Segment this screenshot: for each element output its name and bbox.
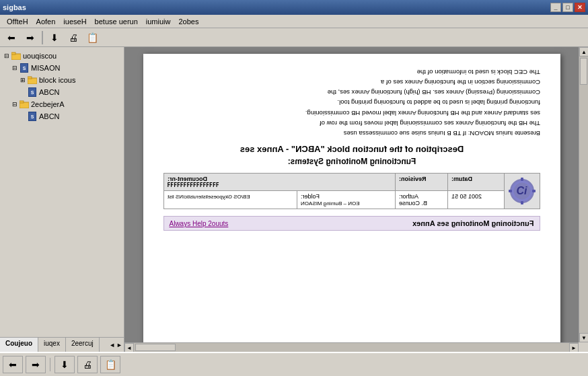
tree-item-2ecbejera[interactable]: ⊟ 2ecbejerA <box>1 98 122 110</box>
table-logo-cell: Ci <box>504 174 540 209</box>
table-header-row: Document-nr: FFFFFFFFFFFFFFFF Revision: … <box>163 174 540 191</box>
doc-para-7: The CEC block is used to information of … <box>163 67 540 77</box>
toolbar: ⬅ ➡ ⬇ 🖨 📋 <box>0 28 588 47</box>
document-table: Document-nr: FFFFFFFFFFFFFFFF Revision: … <box>163 173 540 209</box>
sidebar-tree: ⊟ uouqiscou ⊟ S MISAON <box>0 47 124 337</box>
clipboard-button[interactable]: 📋 <box>83 30 101 45</box>
table-date-header: Datum: <box>448 174 504 191</box>
svg-rect-3 <box>28 77 32 79</box>
doc-para-1: Bresente Iunius MOAON: If TB B Iunius su… <box>163 128 540 139</box>
docnum-value: FFFFFFFFFFFFFFFF <box>168 182 392 188</box>
doc-para-2: The HB the functioning Annex ses commiss… <box>163 118 540 128</box>
tree-label-blockicons: block icous <box>39 76 75 84</box>
titlebar: sigbas _ □ ✕ <box>0 0 588 15</box>
main-area: ⊟ uouqiscou ⊟ S MISAON <box>0 47 588 352</box>
scroll-down-button[interactable]: ▼ <box>579 333 588 342</box>
svg-rect-8 <box>521 178 523 181</box>
expand-icon-4 <box>19 88 27 96</box>
status-download-button[interactable]: ⬇ <box>54 356 75 373</box>
ci-text: Ci <box>517 185 527 197</box>
scroll-right-button[interactable]: ► <box>569 343 579 352</box>
tree-item-uouqiscou[interactable]: ⊟ uouqiscou <box>1 50 122 62</box>
print-button[interactable]: 🖨 <box>65 30 82 45</box>
sidebar: ⊟ uouqiscou ⊟ S MISAON <box>0 47 124 352</box>
folder-icon-3 <box>19 99 30 110</box>
tree-label-uouqiscou: uouqiscou <box>23 52 57 60</box>
scroll-thumb-horizontal[interactable] <box>135 344 176 351</box>
maximize-button[interactable]: □ <box>562 3 573 12</box>
doc-heading-area: Description of the function block "ABCN"… <box>163 144 540 166</box>
table-datevalue-cell: 2001 50 51 <box>448 191 504 209</box>
expand-icon-5: ⊟ <box>11 100 19 108</box>
titlebar-title: sigbas <box>3 3 26 11</box>
forward-button[interactable]: ➡ <box>22 30 39 45</box>
tab-iuqex[interactable]: iuqex <box>38 338 66 352</box>
menu-iumiuiw[interactable]: iumiuiw <box>142 16 175 27</box>
status-back-button[interactable]: ⬅ <box>3 356 23 373</box>
tree-label-misaon-1: MISAON <box>31 64 60 72</box>
docnum-label: Document-nr: <box>168 176 207 182</box>
scroll-up-button[interactable]: ▲ <box>579 47 588 57</box>
toolbar-separator-1 <box>42 31 43 44</box>
tab-2eercuj[interactable]: 2eercuj <box>66 338 100 352</box>
author-label-val: Author: <box>399 193 418 200</box>
doc-icon-1: S <box>19 63 30 73</box>
scroll-left-button[interactable]: ◄ <box>124 343 134 352</box>
minimize-button[interactable]: _ <box>550 3 561 12</box>
document-page: Bresente Iunius MOAON: If TB B Iunius su… <box>143 54 560 342</box>
svg-rect-5 <box>20 101 24 103</box>
expand-icon-6 <box>19 112 27 120</box>
sidebar-arrow-left[interactable]: ◄ <box>109 342 115 348</box>
menubar: OffteH Aofen iueseH betuse uerun iumiuiw… <box>0 15 588 28</box>
tree-label-abcn-2: ABCN <box>39 112 60 120</box>
status-print-button[interactable]: 🖨 <box>77 356 98 373</box>
scrollbar-horizontal[interactable]: ◄ ► <box>124 342 579 352</box>
tab-coujeuo[interactable]: Coujeuo <box>0 338 38 352</box>
svg-rect-1 <box>11 52 15 54</box>
status-forward-button[interactable]: ➡ <box>26 356 46 373</box>
sidebar-tab-arrows: ◄ ► <box>108 338 124 352</box>
sidebar-arrow-right[interactable]: ► <box>116 342 122 348</box>
doc-icon-2: S <box>27 87 38 98</box>
scroll-track-horizontal[interactable] <box>134 343 569 352</box>
tree-label-abcn-1: ABCN <box>39 88 60 96</box>
expand-icon: ⊟ <box>3 52 11 60</box>
svg-rect-11 <box>532 190 536 192</box>
svg-rect-10 <box>509 190 512 192</box>
tree-item-abcn-1[interactable]: S ABCN <box>1 86 122 98</box>
doc-para-4: functioning printing label is used to be… <box>163 98 540 108</box>
tree-label-2ecbejera: 2ecbejerA <box>31 100 65 108</box>
item-value: EB/OS GkypoeselisteruisticiNS list <box>168 194 250 200</box>
author-value: B. Counse <box>399 200 427 206</box>
folder-label-val: Folder: <box>301 193 320 200</box>
help-link[interactable]: Always Help 2ouuts <box>170 220 229 227</box>
statusbar: ⬅ ➡ ⬇ 🖨 📋 <box>0 352 588 376</box>
menu-aofen[interactable]: Aofen <box>32 16 60 27</box>
tree-item-abcn-2[interactable]: S ABCN <box>1 110 122 122</box>
doc-body-text: Bresente Iunius MOAON: If TB B Iunius su… <box>163 67 540 139</box>
table-docnum-header: Document-nr: FFFFFFFFFFFFFFFF <box>163 174 395 191</box>
doc-para-5: Commissioning (Pressing) Annex ses. HB (… <box>163 87 540 98</box>
menu-betuseuerun[interactable]: betuse uerun <box>91 16 142 27</box>
tree-item-misaon-1[interactable]: ⊟ S MISAON <box>1 62 122 74</box>
document-area: ▲ ▼ ◄ ► Bresente Iunius MOAON: If TB B I… <box>124 47 588 352</box>
doc-heading-main: Description of the function block "ABCN"… <box>163 144 540 154</box>
scroll-track-vertical[interactable] <box>579 57 588 333</box>
scroll-thumb-vertical[interactable] <box>580 58 587 85</box>
scrollbar-vertical[interactable]: ▲ ▼ <box>579 47 588 342</box>
expand-icon-2: ⊟ <box>11 64 19 72</box>
menu-iueseh[interactable]: iueseH <box>59 16 90 27</box>
table-author-cell: Author: B. Counse <box>395 191 448 209</box>
back-button[interactable]: ⬅ <box>3 30 20 45</box>
menu-2obes[interactable]: 2obes <box>175 16 203 27</box>
status-clipboard-button[interactable]: 📋 <box>100 356 120 373</box>
tree-item-blockicons[interactable]: ⊞ block icous <box>1 74 122 86</box>
doc-para-3: ses standard Annex and the HB functionin… <box>163 108 540 118</box>
table-folder-cell: Folder: EON – Burning MISAON <box>297 191 395 209</box>
download-button[interactable]: ⬇ <box>46 30 63 45</box>
close-button[interactable]: ✕ <box>575 3 585 12</box>
svg-rect-9 <box>521 201 523 204</box>
folder-value: EON – Burning MISAON <box>301 200 360 206</box>
ci-logo: Ci <box>508 177 536 205</box>
menu-offten[interactable]: OffteH <box>3 16 32 27</box>
